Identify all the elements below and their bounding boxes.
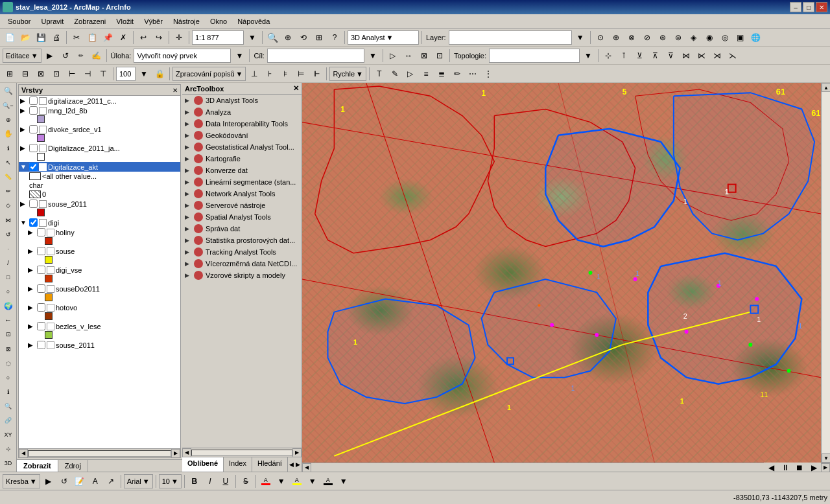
expand-souse2011b[interactable]: ▶: [28, 341, 36, 349]
check-mng[interactable]: [29, 106, 38, 115]
check-souse2011[interactable]: [29, 200, 38, 208]
uloha-arrow[interactable]: ▼: [232, 49, 246, 63]
strikethrough-button[interactable]: S̶: [239, 474, 253, 488]
atb-item-interop[interactable]: ▶ Data Interoperability Tools: [182, 118, 302, 130]
atb-item-network[interactable]: ▶ Network Analyst Tools: [182, 188, 302, 200]
cut-button[interactable]: ✂: [69, 30, 84, 45]
select-features[interactable]: ↖: [1, 156, 16, 170]
expand-dig2011ja[interactable]: ▶: [20, 144, 28, 152]
select-ellipse[interactable]: ○: [1, 371, 16, 384]
zoom-help[interactable]: ?: [327, 30, 342, 45]
expand-digi[interactable]: ▼: [20, 219, 28, 226]
pan-button[interactable]: ✛: [172, 30, 186, 45]
zoom-input[interactable]: [116, 67, 136, 81]
tool6[interactable]: ⊜: [671, 30, 685, 45]
font-color-btn[interactable]: A: [88, 474, 102, 488]
atb-close-button[interactable]: ✕: [293, 84, 299, 93]
undo-button[interactable]: ↩: [136, 30, 150, 45]
check-digitalizace2011c[interactable]: [29, 97, 38, 105]
zprac-btn5[interactable]: ⊩: [309, 67, 324, 81]
topo-btn2[interactable]: ⊺: [617, 49, 631, 63]
pointer-tool[interactable]: ▶: [43, 49, 57, 63]
select2-btn[interactable]: ↔: [401, 49, 416, 63]
vertex-tool[interactable]: ◇: [1, 199, 16, 212]
toc-scroll-area[interactable]: ▶ digitalizace_2011_c... ▶ mng_l2d_8b: [19, 96, 180, 448]
atb-tab-index[interactable]: Index: [224, 457, 252, 472]
atb-item-statistika[interactable]: ▶ Statistika prostorových dat...: [182, 235, 302, 246]
expand-sousedo2011[interactable]: ▶: [28, 285, 36, 292]
search-btn[interactable]: 🔍: [1, 399, 16, 413]
atb-nav-left[interactable]: ◀: [288, 457, 295, 472]
topo-btn9[interactable]: ⋋: [726, 49, 740, 63]
rotate-tool[interactable]: ↺: [58, 49, 73, 63]
check-digi[interactable]: [29, 218, 38, 227]
select3-btn[interactable]: ⊠: [417, 49, 431, 63]
editace-dropdown[interactable]: Editace ▼: [3, 49, 42, 63]
atb-item-geostat[interactable]: ▶ Geostatistical Analyst Tool...: [182, 141, 302, 153]
globe-button[interactable]: 🌐: [749, 30, 763, 45]
tool2[interactable]: ⊕: [609, 30, 623, 45]
rotate-btn2[interactable]: ↺: [57, 474, 71, 488]
atb-hscrollbar[interactable]: ◀ ▶: [182, 448, 302, 457]
reshape-tool[interactable]: ⋈: [1, 213, 16, 227]
hyperlink-btn[interactable]: 🔗: [1, 414, 16, 428]
menu-vlozit[interactable]: Vložit: [111, 16, 139, 27]
zpracovani-dropdown[interactable]: Zpracování popisů ▼: [172, 67, 246, 81]
border-picker[interactable]: A: [321, 474, 335, 488]
menu-soubor[interactable]: Soubor: [3, 16, 36, 27]
text-btn8[interactable]: ⋮: [481, 67, 495, 81]
close-button[interactable]: ✕: [816, 2, 827, 12]
text-btn6[interactable]: ✏: [450, 67, 464, 81]
back-nav[interactable]: ←: [1, 314, 16, 327]
atb-item-vzorove[interactable]: ▶ Vzorové skripty a modely: [182, 269, 302, 281]
check-sousedo2011[interactable]: [37, 284, 45, 293]
maximize-button[interactable]: □: [803, 2, 814, 12]
text-color-picker[interactable]: A: [259, 474, 273, 488]
expand-souse[interactable]: ▶: [28, 247, 36, 255]
tool9[interactable]: ◎: [718, 30, 732, 45]
check-bezles[interactable]: [37, 322, 45, 330]
globe-nav[interactable]: 🌍: [1, 299, 16, 313]
sketch-tool[interactable]: ✍: [89, 49, 104, 63]
zoom-in-tool[interactable]: 🔍: [1, 84, 16, 98]
label-btn7[interactable]: ⊤: [96, 67, 110, 81]
select4-btn[interactable]: ⊡: [433, 49, 447, 63]
tool7[interactable]: ◈: [687, 30, 701, 45]
atb-item-tracking[interactable]: ▶ Tracking Analyst Tools: [182, 246, 302, 258]
menu-nastroje[interactable]: Nástroje: [168, 16, 205, 27]
highlight-arrow[interactable]: ▼: [305, 474, 320, 488]
map-canvas-area[interactable]: 1 1 5 61 61 1 1 2 1 1 1 1 11: [302, 83, 821, 463]
expand-mng[interactable]: ▶: [20, 107, 28, 114]
select-btn[interactable]: ▷: [386, 49, 400, 63]
scale-input[interactable]: [192, 30, 244, 45]
tool3[interactable]: ⊗: [624, 30, 639, 45]
zoom-3d[interactable]: ⊞: [312, 30, 326, 45]
topologie-input[interactable]: [489, 49, 580, 63]
menu-vyber[interactable]: Výběr: [139, 16, 168, 27]
analyst-dropdown[interactable]: 3D Analyst ▼: [348, 30, 419, 45]
zoom-out-tool[interactable]: 🔍−: [1, 98, 16, 112]
rotate-tool2[interactable]: ↺: [1, 227, 16, 241]
atb-item-sprava[interactable]: ▶ Správa dat: [182, 223, 302, 235]
map-vscroll-up[interactable]: ▲: [822, 83, 830, 92]
zoom-lock[interactable]: 🔒: [152, 67, 167, 81]
polygon-tool[interactable]: □: [1, 270, 16, 284]
topo-btn8[interactable]: ⋊: [710, 49, 724, 63]
highlight-picker[interactable]: A: [290, 474, 304, 488]
line-tool[interactable]: /: [1, 256, 16, 269]
select-rect[interactable]: ⊡: [1, 328, 16, 341]
text-btn4[interactable]: ≡: [419, 67, 433, 81]
arctoolbox-scroll-area[interactable]: ▶ 3D Analyst Tools ▶ Analyza ▶ Data Inte…: [182, 95, 302, 448]
print-button[interactable]: 🖨: [49, 30, 64, 45]
atb-tab-hledani[interactable]: Hledání: [252, 457, 288, 472]
atb-item-analyza[interactable]: ▶ Analyza: [182, 106, 302, 118]
text-btn3[interactable]: ▷: [403, 67, 418, 81]
label-btn3[interactable]: ⊠: [34, 67, 48, 81]
zoom-arrow[interactable]: ▼: [137, 67, 151, 81]
check-hotovo[interactable]: [37, 303, 45, 312]
toc-hscrollbar[interactable]: ◀ ▶: [19, 448, 180, 457]
new-button[interactable]: 📄: [3, 30, 17, 45]
text-btn7[interactable]: ⋯: [466, 67, 480, 81]
pan-map-tool[interactable]: ✋: [1, 127, 16, 141]
atb-item-linear[interactable]: ▶ Lineární segmentace (stan...: [182, 176, 302, 188]
